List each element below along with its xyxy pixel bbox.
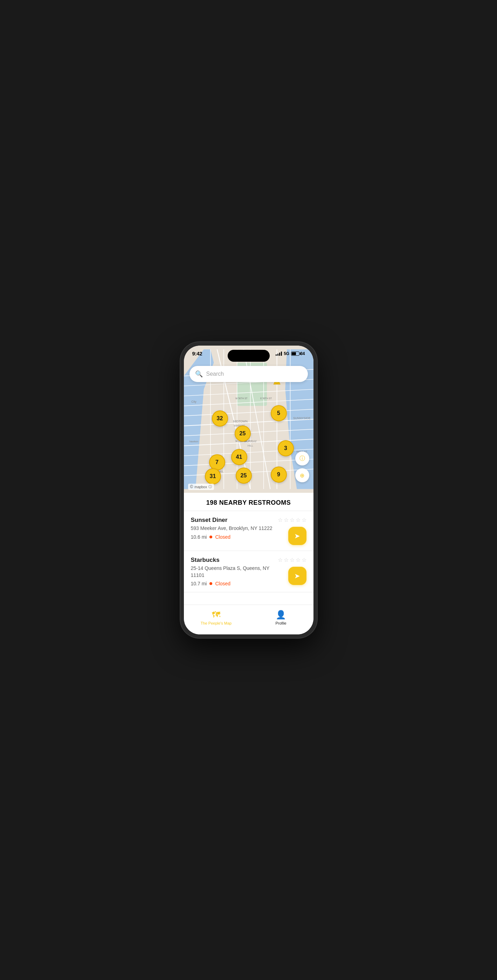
map-nav-icon: 🗺 <box>212 610 220 620</box>
listing-item: Sunset Diner 593 Meeker Ave, Brooklyn, N… <box>184 511 313 551</box>
svg-text:HILL: HILL <box>247 444 253 447</box>
profile-nav-icon: 👤 <box>276 610 286 620</box>
nav-item-map[interactable]: 🗺 The Peeple's Map <box>184 608 249 627</box>
bottom-nav: 🗺 The Peeple's Map 👤 Profile <box>184 605 313 635</box>
svg-text:SUNNYSIDE: SUNNYSIDE <box>293 417 310 420</box>
listing-info-2: Starbucks 25-14 Queens Plaza S, Queens, … <box>191 557 273 586</box>
battery-icon: 34 <box>291 351 305 356</box>
info-button[interactable]: ⓘ <box>295 452 309 466</box>
network-text: 5G <box>284 351 289 356</box>
svg-text:MIDTOWN: MIDTOWN <box>233 420 247 423</box>
battery-level: 34 <box>300 351 305 356</box>
map-cluster-31[interactable]: 31 <box>205 468 221 484</box>
svg-text:hawken: hawken <box>189 440 198 443</box>
search-input[interactable]: Search <box>206 371 224 377</box>
screen: 9:42 5G 34 <box>184 345 313 635</box>
listing-name-2: Starbucks <box>191 557 273 563</box>
listing-distance-1: 10.6 mi <box>191 534 207 540</box>
signal-icon <box>276 352 282 356</box>
content-area: 198 NEARBY RESTROOMS Sunset Diner 593 Me… <box>184 493 313 635</box>
star-9: ☆ <box>295 557 300 563</box>
star-10: ☆ <box>302 557 306 563</box>
profile-nav-label: Profile <box>275 621 286 625</box>
map-cluster-9[interactable]: 9 <box>271 466 287 483</box>
listing-address-1: 593 Meeker Ave, Brooklyn, NY 11222 <box>191 525 273 532</box>
svg-text:City: City <box>191 400 197 403</box>
status-dot-2 <box>210 582 212 585</box>
star-5: ☆ <box>302 517 306 523</box>
search-icon: 🔍 <box>195 370 203 378</box>
map-container: Manhattan Island City hawken MIDTOWN MAN… <box>184 345 313 493</box>
location-button[interactable]: ⊕ <box>295 468 309 482</box>
directions-button-2[interactable]: ➤ <box>288 567 306 585</box>
listing-meta-1: 10.6 mi Closed <box>191 534 273 540</box>
map-cluster-3[interactable]: 3 <box>278 440 294 457</box>
mapbox-credit: © mapbox ⓘ <box>188 484 214 490</box>
star-6: ☆ <box>278 557 283 563</box>
svg-text:E 56TH ST: E 56TH ST <box>260 397 272 399</box>
listing-actions-1: ☆ ☆ ☆ ☆ ☆ ➤ <box>278 517 306 545</box>
star-4: ☆ <box>295 517 300 523</box>
star-1: ☆ <box>278 517 283 523</box>
listing-status-2: Closed <box>215 581 230 586</box>
listing-name-1: Sunset Diner <box>191 517 273 523</box>
star-8: ☆ <box>290 557 295 563</box>
dynamic-island <box>228 350 270 362</box>
map-cluster-25a[interactable]: 25 <box>235 425 251 442</box>
map-cluster-32[interactable]: 32 <box>212 410 228 426</box>
stars-row-1: ☆ ☆ ☆ ☆ ☆ <box>278 517 306 523</box>
listing-item-2: Starbucks 25-14 Queens Plaza S, Queens, … <box>184 551 313 592</box>
map-nav-label: The Peeple's Map <box>201 621 232 625</box>
svg-text:W 56TH ST: W 56TH ST <box>235 397 248 399</box>
map-controls: ⓘ ⊕ <box>295 452 309 482</box>
status-dot-1 <box>210 536 212 538</box>
nav-item-profile[interactable]: 👤 Profile <box>249 608 313 627</box>
listing-actions-2: ☆ ☆ ☆ ☆ ☆ ➤ <box>278 557 306 585</box>
map-cluster-7[interactable]: 7 <box>209 454 225 470</box>
status-icons: 5G 34 <box>276 351 305 356</box>
stars-row-2: ☆ ☆ ☆ ☆ ☆ <box>278 557 306 563</box>
star-3: ☆ <box>290 517 295 523</box>
listing-meta-2: 10.7 mi Closed <box>191 581 273 586</box>
listing-distance-2: 10.7 mi <box>191 581 207 586</box>
star-2: ☆ <box>284 517 289 523</box>
status-time: 9:42 <box>192 350 202 356</box>
phone-frame: 9:42 5G 34 <box>180 342 317 638</box>
nearby-count-title: 198 NEARBY RESTROOMS <box>184 493 313 511</box>
map-cluster-41[interactable]: 41 <box>231 449 247 465</box>
map-cluster-5[interactable]: 5 <box>271 405 287 421</box>
listing-info-1: Sunset Diner 593 Meeker Ave, Brooklyn, N… <box>191 517 273 540</box>
listing-address-2: 25-14 Queens Plaza S, Queens, NY 11101 <box>191 565 273 579</box>
search-bar[interactable]: 🔍 Search <box>189 366 308 382</box>
mapbox-text: mapbox <box>194 485 207 489</box>
listing-status-1: Closed <box>215 534 230 540</box>
directions-button-1[interactable]: ➤ <box>288 527 306 545</box>
map-cluster-25b[interactable]: 25 <box>236 468 252 484</box>
star-7: ☆ <box>284 557 289 563</box>
